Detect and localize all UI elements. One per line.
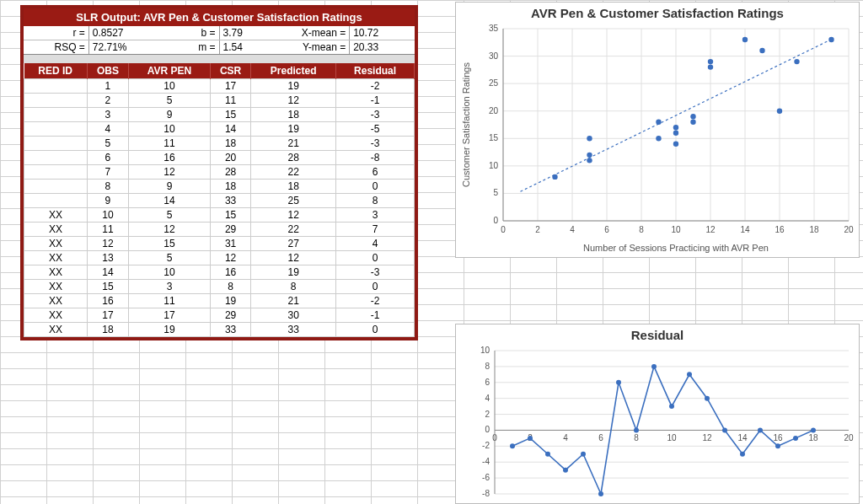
cell: 28 bbox=[251, 151, 336, 165]
cell: 4 bbox=[336, 237, 415, 251]
cell: XX bbox=[24, 294, 88, 308]
svg-point-99 bbox=[598, 491, 603, 496]
table-row: XX17172930-1 bbox=[24, 308, 415, 323]
svg-text:-2: -2 bbox=[482, 441, 490, 450]
svg-point-98 bbox=[581, 452, 586, 457]
cell: 17 bbox=[211, 79, 251, 94]
svg-point-41 bbox=[673, 125, 678, 130]
cell: 9 bbox=[128, 180, 210, 194]
table-row: 91433258 bbox=[24, 194, 415, 208]
svg-text:14: 14 bbox=[740, 225, 750, 234]
svg-text:-8: -8 bbox=[482, 489, 490, 498]
stat-value: 1.54 bbox=[220, 40, 285, 54]
svg-text:8: 8 bbox=[639, 225, 644, 234]
cell bbox=[24, 94, 88, 108]
table-row: XX16111921-2 bbox=[24, 294, 415, 308]
cell: 33 bbox=[211, 323, 251, 337]
stat-value: 10.72 bbox=[350, 26, 415, 40]
cell: 12 bbox=[251, 251, 336, 265]
svg-text:6: 6 bbox=[604, 225, 609, 234]
cell: 17 bbox=[87, 308, 128, 323]
svg-point-49 bbox=[742, 37, 748, 42]
cell: 0 bbox=[336, 323, 415, 337]
cell: 29 bbox=[211, 308, 251, 323]
svg-text:20: 20 bbox=[844, 225, 854, 234]
stat-key: Y-mean = bbox=[284, 40, 350, 54]
svg-point-42 bbox=[587, 158, 592, 163]
col-header: AVR PEN bbox=[128, 63, 210, 79]
svg-point-52 bbox=[759, 48, 764, 53]
cell: 21 bbox=[251, 294, 336, 308]
svg-text:25: 25 bbox=[489, 78, 499, 88]
svg-point-96 bbox=[545, 452, 550, 457]
cell: 7 bbox=[336, 223, 415, 237]
cell: 15 bbox=[211, 208, 251, 223]
cell: 4 bbox=[87, 122, 128, 137]
cell: 21 bbox=[251, 137, 336, 151]
svg-text:16: 16 bbox=[773, 433, 783, 442]
table-row: XX13512120 bbox=[24, 251, 415, 265]
svg-text:2: 2 bbox=[485, 410, 490, 419]
cell: 12 bbox=[87, 237, 128, 251]
cell: 6 bbox=[87, 151, 128, 165]
table-row: XX111229227 bbox=[24, 223, 415, 237]
cell: 2 bbox=[87, 94, 128, 108]
cell bbox=[24, 79, 88, 94]
cell: 10 bbox=[128, 122, 210, 137]
cell: 3 bbox=[87, 108, 128, 122]
cell: 9 bbox=[87, 194, 128, 208]
svg-point-55 bbox=[552, 174, 557, 180]
cell: 9 bbox=[128, 108, 210, 122]
slr-stats: r =0.8527b =3.79X-mean =10.72RSQ =72.71%… bbox=[24, 26, 415, 55]
cell: -1 bbox=[336, 308, 415, 323]
svg-text:5: 5 bbox=[493, 188, 498, 197]
svg-text:20: 20 bbox=[844, 433, 854, 442]
stat-key: r = bbox=[24, 26, 89, 40]
svg-text:10: 10 bbox=[480, 346, 490, 355]
svg-point-94 bbox=[510, 443, 515, 448]
cell: 14 bbox=[87, 265, 128, 280]
cell: 12 bbox=[211, 251, 251, 265]
col-header: CSR bbox=[211, 63, 251, 79]
svg-text:4: 4 bbox=[570, 225, 575, 234]
cell: 27 bbox=[251, 237, 336, 251]
cell: 5 bbox=[87, 137, 128, 151]
svg-text:4: 4 bbox=[563, 433, 568, 442]
svg-text:10: 10 bbox=[671, 225, 681, 234]
svg-point-43 bbox=[656, 136, 661, 141]
cell: 22 bbox=[251, 223, 336, 237]
svg-text:Customer Satisfaction Ratings: Customer Satisfaction Ratings bbox=[461, 62, 471, 187]
slr-table: RED IDOBSAVR PENCSRPredictedResidual 110… bbox=[24, 63, 415, 337]
cell: 7 bbox=[87, 165, 128, 180]
svg-text:4: 4 bbox=[485, 394, 490, 403]
cell: 12 bbox=[251, 208, 336, 223]
table-row: 391518-3 bbox=[24, 108, 415, 122]
cell: 19 bbox=[251, 79, 336, 94]
svg-point-58 bbox=[828, 37, 834, 42]
cell: XX bbox=[24, 265, 88, 280]
svg-point-48 bbox=[656, 120, 661, 125]
svg-point-102 bbox=[651, 364, 657, 369]
stat-key: RSQ = bbox=[24, 40, 89, 54]
cell: 12 bbox=[128, 165, 210, 180]
table-row: XX14101619-3 bbox=[24, 265, 415, 280]
cell: 8 bbox=[211, 280, 251, 294]
cell: 16 bbox=[211, 265, 251, 280]
cell: XX bbox=[24, 208, 88, 223]
svg-point-47 bbox=[708, 64, 713, 69]
svg-point-107 bbox=[740, 452, 745, 457]
svg-point-57 bbox=[794, 59, 799, 64]
cell: 19 bbox=[128, 323, 210, 337]
slr-output-panel: SLR Output: AVR Pen & Customer Satisfact… bbox=[20, 5, 418, 340]
svg-text:12: 12 bbox=[702, 433, 712, 442]
slr-separator bbox=[24, 55, 415, 63]
cell: 28 bbox=[211, 165, 251, 180]
cell: 3 bbox=[336, 208, 415, 223]
cell: 0 bbox=[336, 180, 415, 194]
svg-text:2: 2 bbox=[535, 225, 540, 234]
cell: 15 bbox=[87, 280, 128, 294]
svg-point-50 bbox=[587, 136, 592, 141]
cell: 30 bbox=[251, 308, 336, 323]
table-row: 4101419-5 bbox=[24, 122, 415, 137]
scatter-chart: AVR Pen & Customer Satisfaction Ratings … bbox=[455, 2, 860, 258]
